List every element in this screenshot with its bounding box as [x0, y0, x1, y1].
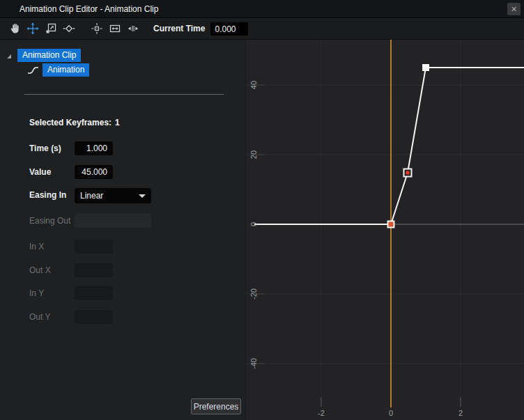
section-divider — [24, 94, 224, 95]
animation-curve[interactable] — [254, 68, 524, 224]
easing-out-row: Easing Out — [0, 214, 245, 229]
y-axis-label: 20 — [249, 150, 258, 159]
y-axis-label: 0 — [249, 222, 258, 226]
x-axis-label: 2 — [458, 409, 463, 417]
in-x-label: In X — [29, 242, 44, 251]
out-x-input — [75, 263, 113, 277]
easing-out-label: Easing Out — [29, 216, 70, 226]
tree-item-label[interactable]: Animation Clip — [17, 49, 81, 62]
selected-keyframes-label: Selected Keyframes: — [29, 118, 111, 127]
fit-horizontal-icon — [109, 22, 121, 35]
out-x-row: Out X — [0, 263, 245, 279]
window-title: Animation Clip Editor - Animation Clip — [20, 4, 158, 14]
move-tool-button[interactable] — [24, 20, 42, 38]
toolbar: Current Time 0.000 — [0, 18, 524, 40]
center-view-button[interactable] — [88, 20, 106, 38]
keyframe-marker[interactable] — [422, 64, 429, 71]
titlebar: Animation Clip Editor - Animation Clip ✕ — [0, 0, 524, 18]
close-button[interactable]: ✕ — [507, 3, 521, 15]
tree-item-animation[interactable]: Animation — [26, 63, 89, 77]
in-y-label: In Y — [29, 288, 44, 298]
value-label: Value — [29, 167, 51, 177]
easing-in-label: Easing In — [29, 190, 66, 200]
value-input[interactable]: 45.000 — [75, 165, 113, 179]
chevron-down-icon — [139, 194, 146, 198]
easing-in-value: Linear — [80, 191, 103, 201]
move-arrows-icon — [26, 22, 39, 35]
properties-panel: Animation Clip Animation Selected Keyfra… — [0, 40, 245, 420]
value-row: Value 45.000 — [0, 165, 245, 180]
current-time-input[interactable]: 0.000 — [210, 22, 248, 36]
x-axis-label: -2 — [318, 409, 325, 417]
in-x-row: In X — [0, 240, 245, 255]
in-y-input — [75, 286, 113, 300]
expand-triangle-icon[interactable] — [6, 53, 13, 60]
out-y-input — [75, 310, 113, 324]
out-x-label: Out X — [29, 265, 51, 275]
selected-keyframes-count: 1 — [115, 118, 120, 127]
y-axis-label: -20 — [249, 288, 258, 300]
out-y-label: Out Y — [29, 312, 50, 322]
selected-keyframes-header: Selected Keyframes:1 — [29, 118, 120, 127]
animation-curve-icon — [26, 65, 40, 75]
current-time-label: Current Time — [153, 24, 205, 33]
tree-item-label[interactable]: Animation — [43, 63, 89, 77]
tree-item-animation-clip[interactable]: Animation Clip — [6, 49, 81, 62]
y-axis-label: -40 — [249, 358, 258, 369]
x-axis-label: 0 — [389, 409, 393, 417]
keyframe-selected-dot — [406, 171, 410, 175]
time-label: Time (s) — [29, 143, 61, 153]
scale-tool-button[interactable] — [42, 20, 60, 38]
y-axis-label: 40 — [249, 81, 258, 89]
time-input[interactable]: 1.000 — [75, 141, 113, 155]
in-x-input — [75, 240, 113, 254]
fit-horizontal-button[interactable] — [106, 20, 124, 38]
keyframe-marker-start[interactable] — [388, 221, 394, 228]
hand-icon — [8, 22, 21, 35]
crosshair-icon — [91, 22, 103, 35]
curve-editor[interactable]: 40200-20-40-202 — [245, 40, 524, 420]
diamond-icon — [63, 22, 75, 35]
easing-in-dropdown[interactable]: Linear — [75, 188, 151, 203]
add-keyframe-button[interactable] — [60, 20, 78, 38]
time-row: Time (s) 1.000 — [0, 141, 245, 157]
preferences-button[interactable]: Preferences — [191, 398, 241, 414]
fit-vertical-button[interactable] — [124, 20, 142, 38]
split-arrows-icon — [127, 22, 139, 35]
pan-tool-button[interactable] — [6, 20, 24, 38]
easing-in-row: Easing In Linear — [0, 188, 245, 203]
scale-icon — [45, 22, 57, 35]
easing-out-input — [75, 214, 151, 228]
curve-canvas[interactable]: 40200-20-40-202 — [246, 40, 524, 420]
in-y-row: In Y — [0, 286, 245, 302]
out-y-row: Out Y — [0, 310, 245, 325]
